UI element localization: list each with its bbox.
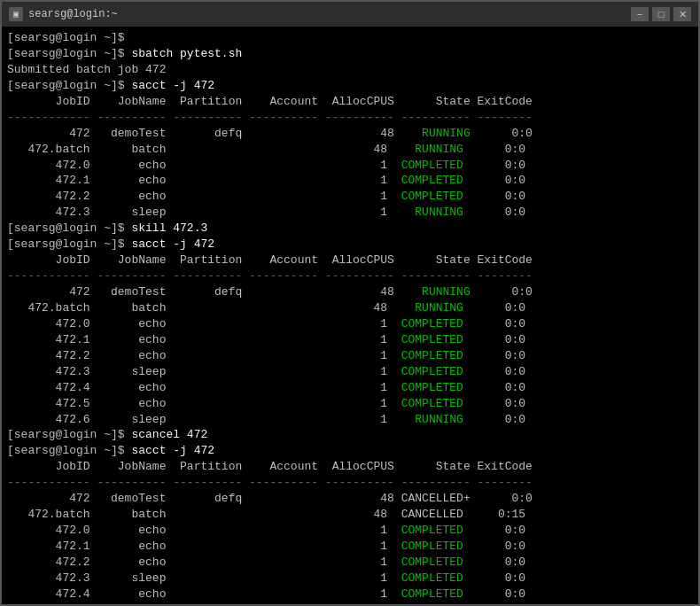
terminal-content[interactable]: [searsg@login ~]$ [searsg@login ~]$ sbat… bbox=[2, 27, 698, 604]
line-30: 472 demoTest defq 48 CANCELLED+ 0:0 bbox=[7, 491, 693, 507]
line-32: 472.0 echo 1 COMPLETED 0:0 bbox=[7, 523, 693, 539]
line-28: JobID JobName Partition Account AllocCPU… bbox=[7, 459, 693, 475]
line-12: 472.3 sleep 1 RUNNING 0:0 bbox=[7, 205, 693, 221]
line-1: [searsg@login ~]$ bbox=[7, 30, 693, 46]
minimize-button[interactable]: − bbox=[631, 7, 649, 21]
line-29: ------------ ---------- ---------- -----… bbox=[7, 475, 693, 491]
line-17: 472 demoTest defq 48 RUNNING 0:0 bbox=[7, 284, 693, 300]
line-6: ------------ ---------- ---------- -----… bbox=[7, 110, 693, 126]
line-31: 472.batch batch 48 CANCELLED 0:15 bbox=[7, 507, 693, 523]
line-23: 472.4 echo 1 COMPLETED 0:0 bbox=[7, 380, 693, 396]
line-2: [searsg@login ~]$ sbatch pytest.sh bbox=[7, 46, 693, 62]
line-4: [searsg@login ~]$ sacct -j 472 bbox=[7, 78, 693, 94]
line-10: 472.1 echo 1 COMPLETED 0:0 bbox=[7, 173, 693, 189]
line-7: 472 demoTest defq 48 RUNNING 0:0 bbox=[7, 126, 693, 142]
line-19: 472.0 echo 1 COMPLETED 0:0 bbox=[7, 316, 693, 332]
line-21: 472.2 echo 1 COMPLETED 0:0 bbox=[7, 348, 693, 364]
line-26: [searsg@login ~]$ scancel 472 bbox=[7, 427, 693, 443]
line-36: 472.4 echo 1 COMPLETED 0:0 bbox=[7, 587, 693, 602]
line-15: JobID JobName Partition Account AllocCPU… bbox=[7, 252, 693, 268]
line-16: ------------ ---------- ---------- -----… bbox=[7, 268, 693, 284]
line-14: [searsg@login ~]$ sacct -j 472 bbox=[7, 237, 693, 252]
line-8: 472.batch batch 48 RUNNING 0:0 bbox=[7, 142, 693, 158]
line-24: 472.5 echo 1 COMPLETED 0:0 bbox=[7, 396, 693, 412]
titlebar-left: ▣ searsg@login:~ bbox=[9, 7, 118, 21]
line-3: Submitted batch job 472 bbox=[7, 62, 693, 78]
line-9: 472.0 echo 1 COMPLETED 0:0 bbox=[7, 158, 693, 174]
window-controls: − □ ✕ bbox=[631, 7, 691, 21]
line-5: JobID JobName Partition Account AllocCPU… bbox=[7, 94, 693, 110]
maximize-button[interactable]: □ bbox=[652, 7, 670, 21]
line-20: 472.1 echo 1 COMPLETED 0:0 bbox=[7, 332, 693, 348]
close-button[interactable]: ✕ bbox=[673, 7, 691, 21]
terminal-window: ▣ searsg@login:~ − □ ✕ [searsg@login ~]$… bbox=[0, 0, 700, 606]
window-title: searsg@login:~ bbox=[28, 8, 118, 20]
line-35: 472.3 sleep 1 COMPLETED 0:0 bbox=[7, 571, 693, 587]
line-37: 472.5 echo 1 COMPLETED 0:0 bbox=[7, 602, 693, 604]
line-27: [searsg@login ~]$ sacct -j 472 bbox=[7, 443, 693, 459]
line-34: 472.2 echo 1 COMPLETED 0:0 bbox=[7, 555, 693, 571]
terminal-icon: ▣ bbox=[9, 7, 23, 21]
line-11: 472.2 echo 1 COMPLETED 0:0 bbox=[7, 189, 693, 205]
line-22: 472.3 sleep 1 COMPLETED 0:0 bbox=[7, 364, 693, 380]
line-13: [searsg@login ~]$ skill 472.3 bbox=[7, 221, 693, 237]
line-25: 472.6 sleep 1 RUNNING 0:0 bbox=[7, 412, 693, 428]
titlebar: ▣ searsg@login:~ − □ ✕ bbox=[2, 2, 698, 27]
line-18: 472.batch batch 48 RUNNING 0:0 bbox=[7, 300, 693, 316]
line-33: 472.1 echo 1 COMPLETED 0:0 bbox=[7, 539, 693, 555]
